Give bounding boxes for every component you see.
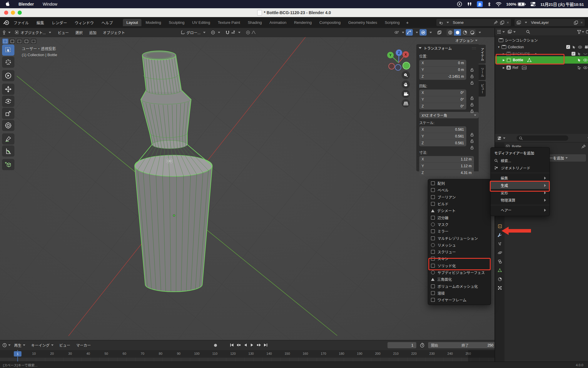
tool-cursor[interactable] xyxy=(2,57,14,68)
scale-lock-icon[interactable] xyxy=(470,131,475,138)
frame-start-field[interactable]: 開始1 xyxy=(428,342,463,348)
viewlayer-selector[interactable]: ViewLayer × xyxy=(514,19,585,26)
tool-scale[interactable] xyxy=(2,108,14,119)
submenu-item-デシメート[interactable]: デシメート xyxy=(428,207,491,214)
location-z-field[interactable]: Z-2.1451 m xyxy=(419,73,466,80)
unlink-scene-icon[interactable]: × xyxy=(507,20,509,25)
timeline-editor-icon[interactable] xyxy=(2,343,7,347)
tab-constraint-properties[interactable] xyxy=(495,257,505,266)
play-reverse-button[interactable] xyxy=(242,342,248,348)
bluetooth-icon[interactable] xyxy=(487,2,491,7)
workspace-tab-texture-paint[interactable]: Texture Paint xyxy=(214,19,244,26)
shading-solid-button[interactable] xyxy=(454,29,461,36)
tool-add-primitive[interactable] xyxy=(2,159,14,170)
sidebar-tab-tool[interactable]: ツール xyxy=(479,64,486,80)
topbar-menu-4[interactable]: ヘルプ xyxy=(101,20,113,25)
shading-material-button[interactable] xyxy=(461,29,468,36)
scale-y-field[interactable]: Y0.561 xyxy=(419,133,466,140)
submenu-item-ビルド[interactable]: ビルド xyxy=(428,200,491,207)
orthographic-toggle-button[interactable] xyxy=(402,99,410,107)
timeline-menu-3[interactable]: マーカー xyxy=(76,342,91,348)
hide-eye-icon[interactable] xyxy=(578,46,582,49)
blender-logo-icon[interactable] xyxy=(3,20,9,25)
new-collection-icon[interactable] xyxy=(586,30,588,34)
tool-interactive[interactable] xyxy=(2,70,14,81)
panel-collapse-icon[interactable] xyxy=(419,47,422,49)
pan-view-button[interactable] xyxy=(402,80,410,89)
outliner-filter-icon[interactable] xyxy=(577,30,581,34)
pivot-point-icon[interactable] xyxy=(211,30,215,35)
location-lock-icon[interactable] xyxy=(470,67,475,73)
panel-grip[interactable]: :::: xyxy=(472,47,476,50)
menu-category-hair[interactable]: ヘアー xyxy=(491,206,549,214)
workspace-tab-sculpting[interactable]: Sculpting xyxy=(165,19,188,26)
control-center-icon[interactable] xyxy=(530,2,536,6)
next-keyframe-button[interactable] xyxy=(256,342,262,348)
outliner-row-ref[interactable]: ▶ Ref xyxy=(495,64,588,71)
tab-material-properties[interactable] xyxy=(495,275,505,284)
shading-dropdown-caret[interactable] xyxy=(479,32,481,33)
workspace-tab-modeling[interactable]: Modeling xyxy=(142,19,165,26)
auto-key-button[interactable] xyxy=(213,343,218,347)
submenu-item-ワイヤーフレーム[interactable]: ワイヤーフレーム xyxy=(428,296,491,303)
outliner-row-collection[interactable]: ▼ Collection ✓ xyxy=(495,44,588,50)
dimensions-x-field[interactable]: X1.12 m xyxy=(419,156,474,163)
tool-rotate[interactable] xyxy=(2,96,14,107)
timeline-menu-0[interactable]: 再生 xyxy=(14,342,25,348)
overlays-toggle[interactable] xyxy=(420,29,427,36)
viewport-menu-3[interactable]: オブジェクト xyxy=(103,30,125,35)
tool-annotate[interactable] xyxy=(2,133,14,145)
jump-to-end-button[interactable] xyxy=(263,342,268,348)
location-lock-icon[interactable] xyxy=(470,79,475,86)
topbar-menu-3[interactable]: ウィンドウ xyxy=(75,20,94,25)
scale-lock-icon[interactable] xyxy=(470,144,475,151)
tool-measure[interactable] xyxy=(2,145,14,157)
submenu-item-マルチレゾリューション[interactable]: マルチレゾリューション xyxy=(428,235,491,241)
submenu-item-辺分離[interactable]: 辺分離 xyxy=(428,214,491,221)
new-viewlayer-icon[interactable] xyxy=(574,21,578,25)
scale-lock-icon[interactable] xyxy=(470,138,475,144)
selectable-icon[interactable] xyxy=(578,52,581,56)
location-x-field[interactable]: X0 m xyxy=(419,60,466,67)
menubar-app-name[interactable]: Blender xyxy=(19,2,34,6)
gizmos-dropdown-caret[interactable] xyxy=(416,32,418,33)
shading-rendered-button[interactable] xyxy=(469,29,476,36)
rotation-z-field[interactable]: Z0° xyxy=(419,103,466,110)
frame-end-field[interactable]: 終了250 xyxy=(459,342,496,348)
workspace-tab-compositing[interactable]: Compositing xyxy=(316,19,344,26)
rotation-x-field[interactable]: X0° xyxy=(419,89,466,96)
airpods-icon[interactable] xyxy=(467,1,472,7)
snap-target-icon[interactable] xyxy=(231,30,235,35)
new-scene-icon[interactable] xyxy=(500,21,504,25)
properties-editor-icon[interactable] xyxy=(497,136,502,140)
workspace-tab-uv-editing[interactable]: UV Editing xyxy=(188,19,213,26)
mode-selector[interactable]: オブジェクト... xyxy=(13,29,53,36)
use-preview-range-icon[interactable] xyxy=(420,343,425,348)
outliner-editor-icon[interactable] xyxy=(497,30,501,34)
current-frame-badge[interactable]: 1 xyxy=(14,351,21,357)
tab-physics-properties[interactable] xyxy=(495,248,505,257)
location-lock-icon[interactable] xyxy=(470,73,475,79)
tool-select-box[interactable] xyxy=(2,44,14,56)
viewport-menu-0[interactable]: ビュー xyxy=(58,30,69,35)
selectable-icon[interactable] xyxy=(572,45,576,49)
menu-item-geometry-nodes[interactable]: ジオメトリノード xyxy=(491,164,549,172)
scale-z-field[interactable]: Z0.561 xyxy=(419,140,466,146)
submenu-item-ボリュームのメッシュ化[interactable]: ボリュームのメッシュ化 xyxy=(428,283,491,289)
scene-selector[interactable]: Scene × xyxy=(436,19,511,26)
workspace-tab-shading[interactable]: Shading xyxy=(244,19,265,26)
dimensions-y-field[interactable]: Y1.12 m xyxy=(419,163,474,170)
timeline-menu-2[interactable]: ビュー xyxy=(59,342,71,348)
tab-data-properties[interactable] xyxy=(495,266,505,275)
snap-magnet-icon[interactable] xyxy=(225,30,230,35)
hide-eye-icon[interactable] xyxy=(583,66,587,69)
rotation-y-field[interactable]: Y0° xyxy=(419,96,466,103)
proportional-edit-icon[interactable] xyxy=(246,30,250,35)
topbar-menu-2[interactable]: レンダー xyxy=(52,20,67,25)
tool-transform[interactable] xyxy=(2,120,14,131)
selectable-icon[interactable] xyxy=(578,58,581,62)
apple-logo-icon[interactable] xyxy=(6,1,10,7)
menubar-window-menu[interactable]: Window xyxy=(43,2,57,6)
current-frame-field[interactable]: 1 xyxy=(387,342,416,348)
outliner-display-mode-icon[interactable] xyxy=(508,30,512,34)
